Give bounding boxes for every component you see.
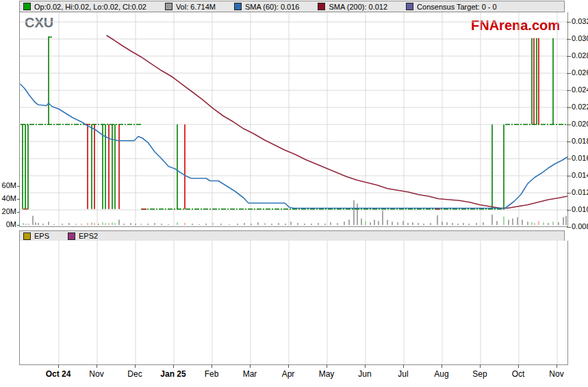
volume-bar xyxy=(508,219,509,225)
volume-bar xyxy=(32,216,34,225)
volume-bar xyxy=(563,217,564,225)
volume-bar xyxy=(452,223,453,225)
price-axis-tick xyxy=(567,193,571,194)
legend-item: SMA (60): 0.016 xyxy=(234,3,300,11)
volume-bar xyxy=(35,222,36,225)
volume-bar xyxy=(154,223,155,225)
price-axis-label: 0.010 xyxy=(572,206,588,213)
legend-item: EPS2 xyxy=(68,232,98,240)
top-legend-bar: Op:0.02, Hi:0.02, Lo:0.02, Cl:0.02Vol: 6… xyxy=(19,1,565,12)
volume-bar xyxy=(38,223,39,225)
legend-item: EPS xyxy=(23,232,49,240)
volume-bar xyxy=(237,224,238,225)
volume-bar xyxy=(483,222,484,225)
volume-bar xyxy=(512,219,513,226)
month-label: May xyxy=(307,369,346,379)
volume-bar xyxy=(397,222,398,225)
legend-swatch-icon xyxy=(406,3,413,10)
month-tick xyxy=(365,364,366,368)
volume-bar xyxy=(412,222,413,225)
volume-bar xyxy=(491,215,493,225)
month-tick xyxy=(403,364,404,368)
volume-bar xyxy=(534,223,535,225)
volume-bar xyxy=(91,222,92,225)
price-axis-tick xyxy=(567,142,571,142)
price-axis-label: 0.016 xyxy=(572,155,588,162)
volume-bar xyxy=(220,224,222,225)
volume-bar xyxy=(387,219,388,225)
volume-bar xyxy=(423,224,424,225)
volume-bar xyxy=(75,224,77,225)
volume-axis-tick xyxy=(17,212,20,213)
volume-bar xyxy=(87,223,88,225)
price-axis-tick xyxy=(567,210,571,211)
legend-item: SMA (200): 0.012 xyxy=(318,3,387,11)
volume-bar xyxy=(457,224,459,225)
volume-bar xyxy=(244,223,245,225)
price-axis-label: 0.024 xyxy=(572,86,588,94)
month-tick xyxy=(327,364,327,368)
price-plot-svg xyxy=(20,12,567,226)
month-tick xyxy=(135,364,136,368)
volume-bar xyxy=(318,223,319,225)
volume-bar xyxy=(503,217,504,225)
legend-item: Op:0.02, Hi:0.02, Lo:0.02, Cl:0.02 xyxy=(23,3,146,11)
volume-bar xyxy=(135,224,136,225)
volume-bar xyxy=(161,224,162,225)
price-axis-tick xyxy=(567,90,571,91)
volume-bar xyxy=(468,224,470,225)
volume-bar xyxy=(538,221,539,225)
volume-bar xyxy=(114,223,116,225)
volume-bar xyxy=(392,222,393,225)
legend-swatch-icon xyxy=(68,232,75,240)
volume-bar xyxy=(522,219,523,225)
legend-label: EPS2 xyxy=(79,232,98,240)
volume-bar xyxy=(290,222,292,225)
volume-bar xyxy=(517,217,518,225)
volume-bar xyxy=(271,224,272,225)
month-label: Mar xyxy=(231,369,269,379)
volume-bar xyxy=(140,224,142,225)
price-axis-label: 0.020 xyxy=(572,120,588,128)
volume-bar xyxy=(402,221,404,225)
ohlc-bars xyxy=(23,36,553,209)
volume-bar xyxy=(361,219,362,226)
volume-bar xyxy=(102,222,103,225)
month-label: Dec xyxy=(116,369,154,379)
eps-panel-svg xyxy=(20,241,567,364)
volume-bar xyxy=(407,223,409,225)
volume-bar xyxy=(257,222,259,225)
volume-bar xyxy=(370,222,371,225)
price-axis-label: 0.032 xyxy=(572,18,588,25)
volume-bar xyxy=(68,223,70,225)
volume-bar xyxy=(324,224,326,225)
price-axis-tick xyxy=(567,159,571,159)
volume-bar xyxy=(344,222,345,225)
volume-bar xyxy=(118,219,120,225)
legend-swatch-icon xyxy=(23,232,31,240)
legend-label: Consensus Target: 0 - 0 xyxy=(417,3,497,11)
volume-bar xyxy=(543,222,544,225)
legend-label: EPS xyxy=(34,232,49,240)
volume-axis-label: 0M xyxy=(0,221,16,228)
volume-bar xyxy=(442,222,443,225)
stock-chart-screen: Op:0.02, Hi:0.02, Lo:0.02, Cl:0.02Vol: 6… xyxy=(0,0,588,387)
price-axis-tick xyxy=(567,22,571,23)
month-label: Nov xyxy=(77,369,116,379)
legend-swatch-icon xyxy=(234,3,242,10)
volume-bar xyxy=(62,224,63,225)
month-label: Jan 25 xyxy=(154,369,192,379)
volume-bar xyxy=(446,222,448,225)
volume-bar xyxy=(337,223,338,225)
volume-bar xyxy=(437,215,438,225)
volume-bar xyxy=(348,219,350,225)
month-tick xyxy=(97,364,97,368)
volume-bar xyxy=(184,223,186,225)
month-label: Aug xyxy=(422,369,461,379)
volume-bar xyxy=(365,221,366,225)
volume-bar xyxy=(311,224,312,225)
price-axis-tick xyxy=(567,39,571,40)
volume-bar xyxy=(278,223,279,225)
volume-bar xyxy=(112,222,113,225)
volume-axis-label: 60M xyxy=(0,182,16,189)
